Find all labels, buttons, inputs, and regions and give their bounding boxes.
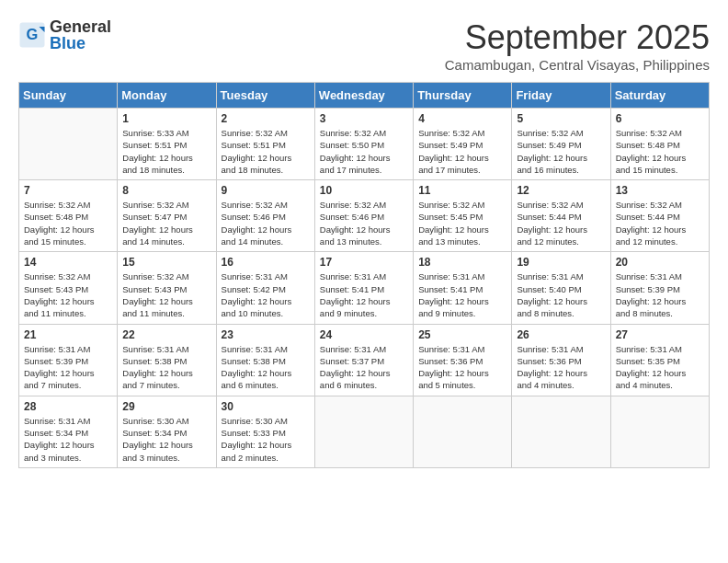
calendar-cell: 15Sunrise: 5:32 AM Sunset: 5:43 PM Dayli… xyxy=(118,252,216,324)
day-number: 4 xyxy=(418,112,506,125)
calendar-cell: 26Sunrise: 5:31 AM Sunset: 5:36 PM Dayli… xyxy=(512,324,610,396)
day-number: 7 xyxy=(24,184,112,197)
weekday-header: Wednesday xyxy=(314,83,413,109)
day-number: 14 xyxy=(24,256,112,269)
day-info: Sunrise: 5:32 AM Sunset: 5:46 PM Dayligh… xyxy=(222,199,310,247)
calendar-cell: 3Sunrise: 5:32 AM Sunset: 5:50 PM Daylig… xyxy=(314,109,413,180)
logo-blue: Blue xyxy=(50,35,111,52)
day-info: Sunrise: 5:30 AM Sunset: 5:33 PM Dayligh… xyxy=(222,415,310,464)
calendar-cell: 25Sunrise: 5:31 AM Sunset: 5:36 PM Dayli… xyxy=(414,324,512,396)
day-info: Sunrise: 5:32 AM Sunset: 5:48 PM Dayligh… xyxy=(24,199,112,247)
day-number: 29 xyxy=(122,400,210,413)
calendar-cell: 5Sunrise: 5:32 AM Sunset: 5:49 PM Daylig… xyxy=(512,109,610,180)
day-info: Sunrise: 5:32 AM Sunset: 5:48 PM Dayligh… xyxy=(616,127,704,176)
calendar-cell: 10Sunrise: 5:32 AM Sunset: 5:46 PM Dayli… xyxy=(314,180,413,252)
day-number: 28 xyxy=(24,400,112,413)
day-info: Sunrise: 5:33 AM Sunset: 5:51 PM Dayligh… xyxy=(122,127,210,176)
calendar-cell: 8Sunrise: 5:32 AM Sunset: 5:47 PM Daylig… xyxy=(118,180,216,252)
calendar-cell: 1Sunrise: 5:33 AM Sunset: 5:51 PM Daylig… xyxy=(118,109,216,180)
day-number: 3 xyxy=(320,112,408,125)
day-number: 13 xyxy=(616,184,704,197)
day-number: 12 xyxy=(517,184,605,197)
day-number: 10 xyxy=(320,184,408,197)
day-info: Sunrise: 5:32 AM Sunset: 5:47 PM Dayligh… xyxy=(122,199,210,247)
day-info: Sunrise: 5:31 AM Sunset: 5:41 PM Dayligh… xyxy=(320,270,408,319)
svg-text:G: G xyxy=(27,26,39,42)
month-title: September 2025 xyxy=(445,18,710,57)
day-number: 21 xyxy=(24,328,112,341)
day-number: 8 xyxy=(122,184,210,197)
day-info: Sunrise: 5:31 AM Sunset: 5:39 PM Dayligh… xyxy=(24,343,112,392)
calendar-cell: 20Sunrise: 5:31 AM Sunset: 5:39 PM Dayli… xyxy=(610,252,709,324)
weekday-header: Monday xyxy=(118,83,216,109)
day-info: Sunrise: 5:31 AM Sunset: 5:35 PM Dayligh… xyxy=(616,343,704,392)
day-info: Sunrise: 5:31 AM Sunset: 5:39 PM Dayligh… xyxy=(616,270,704,319)
calendar-cell: 29Sunrise: 5:30 AM Sunset: 5:34 PM Dayli… xyxy=(118,396,216,467)
day-info: Sunrise: 5:31 AM Sunset: 5:38 PM Dayligh… xyxy=(122,343,210,392)
day-number: 9 xyxy=(222,184,310,197)
day-number: 11 xyxy=(418,184,506,197)
logo-general: General xyxy=(50,18,111,35)
subtitle: Camambugan, Central Visayas, Philippines xyxy=(445,57,710,73)
day-number: 15 xyxy=(122,256,210,269)
day-number: 17 xyxy=(320,256,408,269)
calendar-cell xyxy=(610,396,709,467)
day-number: 16 xyxy=(222,256,310,269)
day-number: 1 xyxy=(122,112,210,125)
day-info: Sunrise: 5:32 AM Sunset: 5:51 PM Dayligh… xyxy=(222,127,310,176)
calendar-cell: 2Sunrise: 5:32 AM Sunset: 5:51 PM Daylig… xyxy=(216,109,314,180)
weekday-header: Tuesday xyxy=(216,83,314,109)
calendar-cell xyxy=(314,396,413,467)
day-number: 23 xyxy=(222,328,310,341)
day-info: Sunrise: 5:32 AM Sunset: 5:44 PM Dayligh… xyxy=(616,199,704,247)
title-section: September 2025 Camambugan, Central Visay… xyxy=(445,18,710,73)
calendar-cell: 14Sunrise: 5:32 AM Sunset: 5:43 PM Dayli… xyxy=(19,252,118,324)
day-info: Sunrise: 5:32 AM Sunset: 5:50 PM Dayligh… xyxy=(320,127,408,176)
calendar-cell: 30Sunrise: 5:30 AM Sunset: 5:33 PM Dayli… xyxy=(216,396,314,467)
day-info: Sunrise: 5:31 AM Sunset: 5:36 PM Dayligh… xyxy=(418,343,506,392)
calendar-cell: 6Sunrise: 5:32 AM Sunset: 5:48 PM Daylig… xyxy=(610,109,709,180)
day-info: Sunrise: 5:31 AM Sunset: 5:42 PM Dayligh… xyxy=(222,270,310,319)
weekday-header: Saturday xyxy=(610,83,709,109)
calendar-week-row: 14Sunrise: 5:32 AM Sunset: 5:43 PM Dayli… xyxy=(19,252,710,324)
day-number: 30 xyxy=(222,400,310,413)
day-number: 18 xyxy=(418,256,506,269)
calendar-cell: 24Sunrise: 5:31 AM Sunset: 5:37 PM Dayli… xyxy=(314,324,413,396)
day-info: Sunrise: 5:32 AM Sunset: 5:43 PM Dayligh… xyxy=(24,270,112,319)
calendar-week-row: 7Sunrise: 5:32 AM Sunset: 5:48 PM Daylig… xyxy=(19,180,710,252)
weekday-header: Sunday xyxy=(19,83,118,109)
day-info: Sunrise: 5:31 AM Sunset: 5:34 PM Dayligh… xyxy=(24,415,112,464)
day-number: 5 xyxy=(517,112,605,125)
day-info: Sunrise: 5:32 AM Sunset: 5:49 PM Dayligh… xyxy=(418,127,506,176)
calendar-cell: 17Sunrise: 5:31 AM Sunset: 5:41 PM Dayli… xyxy=(314,252,413,324)
day-info: Sunrise: 5:32 AM Sunset: 5:44 PM Dayligh… xyxy=(517,199,605,247)
day-info: Sunrise: 5:32 AM Sunset: 5:46 PM Dayligh… xyxy=(320,199,408,247)
day-number: 20 xyxy=(616,256,704,269)
logo: G General Blue xyxy=(18,18,111,52)
logo-icon: G xyxy=(18,21,46,49)
calendar-week-row: 28Sunrise: 5:31 AM Sunset: 5:34 PM Dayli… xyxy=(19,396,710,467)
calendar-cell xyxy=(414,396,512,467)
day-info: Sunrise: 5:31 AM Sunset: 5:41 PM Dayligh… xyxy=(418,270,506,319)
day-info: Sunrise: 5:32 AM Sunset: 5:49 PM Dayligh… xyxy=(517,127,605,176)
calendar-cell xyxy=(512,396,610,467)
day-number: 25 xyxy=(418,328,506,341)
calendar-cell: 21Sunrise: 5:31 AM Sunset: 5:39 PM Dayli… xyxy=(19,324,118,396)
day-info: Sunrise: 5:31 AM Sunset: 5:36 PM Dayligh… xyxy=(517,343,605,392)
day-number: 19 xyxy=(517,256,605,269)
day-info: Sunrise: 5:30 AM Sunset: 5:34 PM Dayligh… xyxy=(122,415,210,464)
day-info: Sunrise: 5:32 AM Sunset: 5:43 PM Dayligh… xyxy=(122,270,210,319)
calendar-cell: 18Sunrise: 5:31 AM Sunset: 5:41 PM Dayli… xyxy=(414,252,512,324)
calendar-cell: 12Sunrise: 5:32 AM Sunset: 5:44 PM Dayli… xyxy=(512,180,610,252)
calendar-cell: 16Sunrise: 5:31 AM Sunset: 5:42 PM Dayli… xyxy=(216,252,314,324)
calendar-header-row: SundayMondayTuesdayWednesdayThursdayFrid… xyxy=(19,83,710,109)
calendar-cell: 7Sunrise: 5:32 AM Sunset: 5:48 PM Daylig… xyxy=(19,180,118,252)
calendar-cell: 28Sunrise: 5:31 AM Sunset: 5:34 PM Dayli… xyxy=(19,396,118,467)
calendar-cell: 22Sunrise: 5:31 AM Sunset: 5:38 PM Dayli… xyxy=(118,324,216,396)
day-info: Sunrise: 5:31 AM Sunset: 5:38 PM Dayligh… xyxy=(222,343,310,392)
calendar-cell: 23Sunrise: 5:31 AM Sunset: 5:38 PM Dayli… xyxy=(216,324,314,396)
calendar-week-row: 21Sunrise: 5:31 AM Sunset: 5:39 PM Dayli… xyxy=(19,324,710,396)
day-number: 22 xyxy=(122,328,210,341)
calendar-cell: 11Sunrise: 5:32 AM Sunset: 5:45 PM Dayli… xyxy=(414,180,512,252)
day-info: Sunrise: 5:31 AM Sunset: 5:37 PM Dayligh… xyxy=(320,343,408,392)
